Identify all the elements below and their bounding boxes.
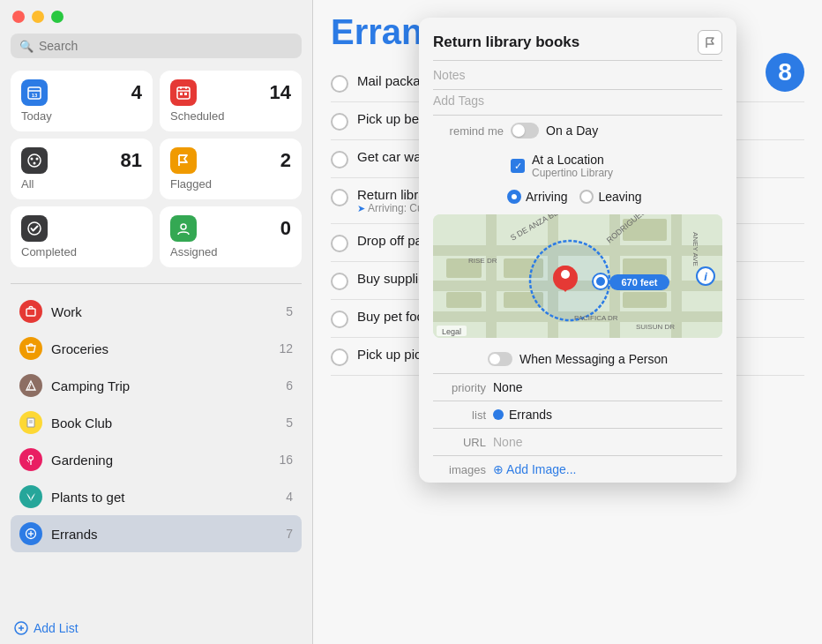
svg-point-46 — [596, 277, 605, 286]
map-container[interactable]: 670 feet Legal RODRIGUES AVE ANEY AVE S … — [433, 214, 722, 338]
when-messaging-toggle[interactable] — [488, 352, 512, 366]
errands-count: 7 — [286, 527, 293, 541]
svg-point-10 — [31, 158, 34, 161]
bookclub-icon — [19, 411, 42, 434]
list-item-work[interactable]: Work 5 — [11, 293, 302, 330]
remind-me-label: remind me — [433, 124, 504, 138]
arriving-radio[interactable]: Arriving — [507, 190, 567, 204]
flagged-label: Flagged — [170, 177, 291, 191]
remind-day-toggle[interactable] — [511, 123, 539, 139]
task-checkbox[interactable] — [331, 311, 348, 328]
when-messaging-row: When Messaging a Person — [419, 345, 736, 373]
close-button[interactable] — [12, 11, 25, 23]
add-image-button[interactable]: ⊕ Add Image... — [493, 462, 577, 476]
svg-point-9 — [28, 154, 41, 167]
groceries-label: Groceries — [51, 341, 270, 356]
svg-rect-35 — [671, 214, 682, 338]
add-list-button[interactable]: Add List — [11, 612, 302, 644]
list-value[interactable]: Errands — [509, 408, 722, 422]
svg-rect-41 — [623, 258, 667, 276]
task-checkbox[interactable] — [331, 151, 348, 168]
detail-notes[interactable]: Notes — [419, 61, 736, 89]
arriving-radio-dot — [507, 190, 521, 204]
arriving-label: Arriving — [526, 190, 567, 204]
groceries-icon — [19, 337, 42, 360]
svg-text:Legal: Legal — [442, 327, 461, 336]
smart-list-completed[interactable]: Completed — [11, 206, 153, 267]
map-svg: 670 feet Legal RODRIGUES AVE ANEY AVE S … — [433, 214, 722, 338]
maximize-button[interactable] — [51, 11, 64, 23]
task-checkbox[interactable] — [331, 75, 348, 93]
url-label: URL — [433, 436, 486, 449]
info-button[interactable]: i — [696, 266, 715, 286]
list-item-gardening[interactable]: Gardening 16 — [11, 441, 302, 478]
errands-label: Errands — [51, 527, 277, 542]
url-row: URL None — [419, 429, 736, 455]
traffic-lights — [11, 11, 302, 23]
svg-text:RISE DR: RISE DR — [468, 257, 497, 265]
location-info: At a Location Cupertino Library — [532, 153, 613, 179]
svg-text:13: 13 — [32, 93, 38, 98]
svg-point-11 — [36, 158, 39, 161]
list-item-camping[interactable]: Camping Trip 6 — [11, 367, 302, 404]
plants-count: 4 — [286, 490, 293, 504]
smart-list-assigned[interactable]: 0 Assigned — [160, 206, 302, 267]
task-checkbox[interactable] — [331, 235, 348, 252]
bookclub-count: 5 — [286, 416, 293, 430]
svg-text:670 feet: 670 feet — [622, 277, 658, 288]
smart-list-flagged[interactable]: 2 Flagged — [160, 139, 302, 199]
today-icon: 13 — [21, 79, 48, 106]
priority-value[interactable]: None — [493, 380, 722, 394]
location-label: At a Location — [532, 153, 613, 167]
today-label: Today — [21, 109, 142, 123]
svg-rect-38 — [446, 292, 482, 308]
camping-icon — [19, 374, 42, 397]
scheduled-label: Scheduled — [170, 109, 291, 123]
work-icon — [19, 300, 42, 323]
priority-label: priority — [433, 381, 486, 394]
list-item-bookclub[interactable]: Book Club 5 — [11, 404, 302, 441]
task-checkbox[interactable] — [331, 189, 348, 206]
assigned-label: Assigned — [170, 245, 291, 258]
list-item-plants[interactable]: Plants to get 4 — [11, 478, 302, 515]
priority-row: priority None — [419, 374, 736, 401]
task-checkbox[interactable] — [331, 273, 348, 290]
list-item-groceries[interactable]: Groceries 12 — [11, 330, 302, 367]
svg-text:ANEY AVE: ANEY AVE — [691, 232, 699, 266]
url-value[interactable]: None — [493, 435, 722, 449]
detail-panel: Return library books Notes Add Tags remi… — [419, 18, 736, 483]
minimize-button[interactable] — [32, 11, 44, 23]
camping-label: Camping Trip — [51, 378, 277, 393]
gardening-count: 16 — [279, 453, 293, 467]
detail-tags[interactable]: Add Tags — [419, 90, 736, 115]
smart-list-all[interactable]: 81 All — [11, 139, 153, 199]
images-label: images — [433, 463, 486, 476]
svg-text:PACIFICA DR: PACIFICA DR — [574, 314, 618, 322]
leaving-radio[interactable]: Leaving — [579, 190, 641, 204]
work-label: Work — [51, 304, 277, 319]
groceries-count: 12 — [279, 341, 293, 356]
all-icon — [21, 147, 48, 174]
location-checkbox[interactable]: ✓ — [511, 159, 525, 173]
location-icon: ➤ — [357, 203, 365, 214]
search-bar[interactable]: 🔍 — [11, 34, 302, 58]
location-name: Cupertino Library — [532, 167, 613, 179]
search-input[interactable] — [39, 39, 293, 53]
completed-icon — [21, 215, 48, 242]
list-item-errands[interactable]: Errands 7 — [11, 515, 302, 552]
svg-rect-7 — [180, 93, 183, 95]
svg-rect-8 — [184, 93, 187, 95]
work-count: 5 — [286, 304, 293, 318]
gardening-label: Gardening — [51, 453, 270, 468]
detail-header: Return library books — [419, 18, 736, 60]
task-checkbox[interactable] — [331, 348, 348, 366]
task-checkbox[interactable] — [331, 113, 348, 131]
svg-point-48 — [561, 270, 570, 279]
smart-list-scheduled[interactable]: 14 Scheduled — [160, 71, 302, 131]
flag-button[interactable] — [698, 30, 722, 55]
when-messaging-label: When Messaging a Person — [519, 352, 668, 366]
smart-list-today[interactable]: 13 4 Today — [11, 71, 153, 131]
errands-icon — [19, 522, 42, 545]
list-items: Work 5 Groceries 12 Camping Trip 6 Book … — [11, 293, 302, 609]
arriving-leaving-group: Arriving Leaving — [419, 186, 736, 211]
